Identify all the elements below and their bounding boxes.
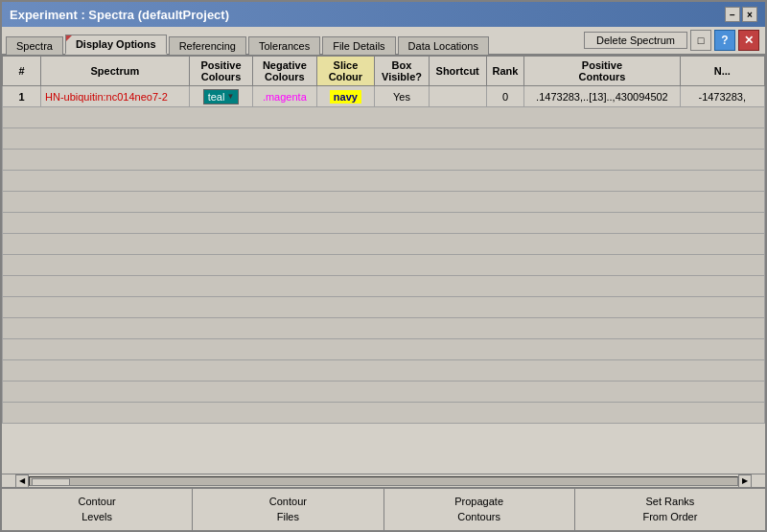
cell-rank: 0 xyxy=(486,86,524,107)
main-window: Experiment : Spectra (defaultProject) − … xyxy=(0,0,767,532)
table-header-row: # Spectrum PositiveColours NegativeColou… xyxy=(3,57,765,86)
tab-file-details[interactable]: File Details xyxy=(322,36,395,55)
propagate-contours-button[interactable]: Propagate Contours xyxy=(384,489,575,530)
cell-negative-colours[interactable]: .magenta xyxy=(253,86,316,107)
col-spectrum: Spectrum xyxy=(41,57,190,86)
window-title: Experiment : Spectra (defaultProject) xyxy=(10,8,229,22)
table-row-empty-14 xyxy=(3,382,765,403)
table-row-empty-6 xyxy=(3,213,765,234)
col-positive-contours: PositiveContours xyxy=(524,57,680,86)
col-box-visible: BoxVisible? xyxy=(375,57,429,86)
table-row-empty-5 xyxy=(3,192,765,213)
tab-spectra[interactable]: Spectra xyxy=(6,36,63,55)
minimize-icon-button[interactable]: □ xyxy=(690,30,711,51)
cell-positive-contours: .1473283,..[13]..,430094502 xyxy=(524,86,680,107)
minimize-icon: □ xyxy=(698,35,705,46)
table-row-empty-11 xyxy=(3,318,765,339)
scroll-right-button[interactable]: ▶ xyxy=(738,474,752,488)
horizontal-scrollbar[interactable]: ◀ ▶ xyxy=(2,474,765,487)
table-row-empty-2 xyxy=(3,128,765,150)
scroll-left-icon: ◀ xyxy=(19,476,25,485)
main-content: # Spectrum PositiveColours NegativeColou… xyxy=(2,56,765,530)
close-button-x[interactable]: × xyxy=(742,7,757,22)
table-row: 1 HN-ubiquitin:nc014neo7-2 teal▼ .magent… xyxy=(3,86,765,107)
scroll-right-icon: ▶ xyxy=(742,476,748,485)
table-row-empty-10 xyxy=(3,297,765,318)
table-row-empty-3 xyxy=(3,150,765,171)
col-negative-colours: NegativeColours xyxy=(253,57,316,86)
cell-negative-contours: -1473283, xyxy=(680,86,765,107)
delete-spectrum-button[interactable]: Delete Spectrum xyxy=(584,32,687,49)
col-num: # xyxy=(3,57,41,86)
data-table: # Spectrum PositiveColours NegativeColou… xyxy=(2,56,765,424)
scrollbar-thumb[interactable] xyxy=(32,478,70,486)
help-icon-button[interactable]: ? xyxy=(714,30,735,51)
table-row-empty-15 xyxy=(3,403,765,424)
scroll-left-button[interactable]: ◀ xyxy=(15,474,29,488)
contour-files-button[interactable]: Contour Files xyxy=(193,489,384,530)
table-row-empty-13 xyxy=(3,360,765,382)
close-toolbar-button[interactable]: ✕ xyxy=(738,30,759,51)
cell-shortcut[interactable] xyxy=(429,86,486,107)
col-shortcut: Shortcut xyxy=(429,57,486,86)
cell-slice-colour[interactable]: navy xyxy=(316,86,375,107)
bottom-buttons: Contour Levels Contour Files Propagate C… xyxy=(2,487,765,530)
slice-colour-value: navy xyxy=(330,90,361,104)
title-bar: Experiment : Spectra (defaultProject) − … xyxy=(2,2,765,27)
tab-display-options[interactable]: Display Options xyxy=(65,35,167,55)
toolbar: Delete Spectrum □ ? ✕ xyxy=(578,27,765,54)
table-container[interactable]: # Spectrum PositiveColours NegativeColou… xyxy=(2,56,765,474)
set-ranks-from-order-button[interactable]: Set Ranks From Order xyxy=(575,489,765,530)
col-slice-colour: SliceColour xyxy=(316,57,375,86)
cell-spectrum[interactable]: HN-ubiquitin:nc014neo7-2 xyxy=(41,86,190,107)
scrollbar-track[interactable] xyxy=(29,476,738,486)
dropdown-arrow-icon: ▼ xyxy=(226,92,234,101)
table-row-empty-4 xyxy=(3,171,765,192)
table-row-empty-8 xyxy=(3,255,765,276)
cell-positive-colours[interactable]: teal▼ xyxy=(189,86,252,107)
tab-data-locations[interactable]: Data Locations xyxy=(398,36,489,55)
table-row-empty-9 xyxy=(3,276,765,297)
tab-bar: Spectra Display Options Referencing Tole… xyxy=(2,27,578,54)
title-bar-buttons: − × xyxy=(725,7,757,22)
help-icon: ? xyxy=(721,34,728,47)
table-row-empty-1 xyxy=(3,107,765,128)
minimize-button[interactable]: − xyxy=(725,7,740,22)
col-rank: Rank xyxy=(486,57,524,86)
tab-referencing[interactable]: Referencing xyxy=(169,36,246,55)
close-icon: ✕ xyxy=(744,34,754,47)
tab-tolerances[interactable]: Tolerances xyxy=(248,36,320,55)
contour-levels-button[interactable]: Contour Levels xyxy=(2,489,193,530)
table-row-empty-7 xyxy=(3,234,765,255)
cell-box-visible[interactable]: Yes xyxy=(375,86,429,107)
table-row-empty-12 xyxy=(3,339,765,360)
col-positive-colours: PositiveColours xyxy=(189,57,252,86)
negative-colour-value: .magenta xyxy=(263,91,307,103)
col-negative-contours: N... xyxy=(680,57,765,86)
positive-colour-value: teal▼ xyxy=(203,89,240,104)
cell-num: 1 xyxy=(3,86,41,107)
